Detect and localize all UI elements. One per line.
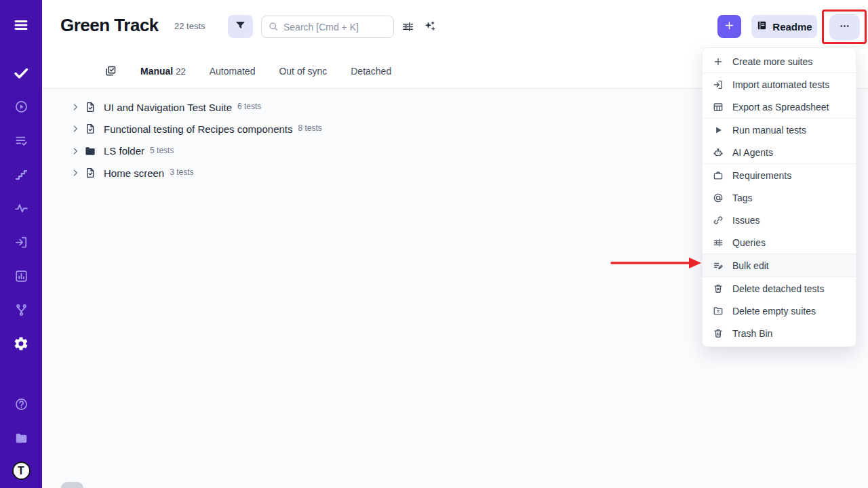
suite-name[interactable]: LS folder <box>104 145 144 157</box>
bulk-edit-icon <box>713 260 724 271</box>
suite-name[interactable]: UI and Navigation Test Suite <box>104 102 232 113</box>
hamburger-icon <box>13 17 29 33</box>
tab-out-of-sync[interactable]: Out of sync <box>279 66 327 77</box>
search-icon <box>268 21 279 32</box>
adjustments-icon[interactable] <box>401 20 414 36</box>
chevron-right-icon[interactable] <box>70 102 81 113</box>
play-icon <box>713 125 724 136</box>
book-icon <box>756 20 768 31</box>
menu-item-queries[interactable]: Queries <box>703 231 856 253</box>
sidebar-item-folder[interactable] <box>4 421 38 455</box>
menu-item-import-automated-tests[interactable]: Import automated tests <box>703 73 856 96</box>
sidebar-item-hamburger[interactable] <box>4 8 38 42</box>
chevron-right-icon[interactable] <box>70 146 81 157</box>
menu-item-trash-bin[interactable]: Trash Bin <box>703 322 856 344</box>
branch-icon <box>14 303 28 317</box>
help-icon <box>14 397 28 411</box>
menu-item-label: Queries <box>732 237 766 248</box>
menu-item-delete-detached-tests[interactable]: Delete detached tests <box>703 277 856 300</box>
filter-button[interactable] <box>228 15 253 38</box>
book-icon <box>756 20 768 33</box>
sidebar-item-help[interactable] <box>4 387 38 421</box>
tab-automated[interactable]: Automated <box>210 66 256 77</box>
menu-item-export-as-spreadsheet[interactable]: Export as Spreadsheet <box>703 96 856 118</box>
menu-item-label: Run manual tests <box>732 125 806 136</box>
add-button[interactable] <box>717 15 741 38</box>
plus-icon <box>724 20 735 33</box>
sidebar-item-import[interactable] <box>4 225 38 259</box>
plus-icon <box>713 56 724 67</box>
more-options-button[interactable] <box>829 14 860 40</box>
search-box <box>261 16 394 38</box>
funnel-icon <box>235 20 246 33</box>
suite-row[interactable]: UI and Navigation Test Suite6 tests <box>70 96 322 118</box>
ellipsis-icon <box>838 20 851 35</box>
menu-item-tags[interactable]: Tags <box>703 186 856 209</box>
chevron-right-icon[interactable] <box>70 167 81 178</box>
tabs-bar: Manual22AutomatedOut of syncDetached <box>104 60 391 83</box>
sparkles-icon <box>423 20 436 33</box>
menu-item-label: Delete empty suites <box>732 306 816 317</box>
menu-item-ai-agents[interactable]: AI Agents <box>703 141 856 163</box>
at-sign-icon <box>713 192 724 203</box>
suite-test-count: 6 tests <box>237 102 261 111</box>
menu-item-create-more-suites[interactable]: Create more suites <box>703 50 856 73</box>
chevron-right-icon[interactable] <box>70 123 81 134</box>
readme-button[interactable]: Readme <box>751 15 817 38</box>
sidebar-item-branch[interactable] <box>4 293 38 327</box>
link-icon <box>713 215 724 226</box>
app-logo[interactable]: T <box>12 462 31 480</box>
plus-icon <box>713 56 724 67</box>
sidebar: T <box>0 0 42 488</box>
briefcase-icon <box>713 170 724 181</box>
document-check-icon <box>84 167 96 179</box>
document-check-icon <box>84 101 96 113</box>
play-circle-icon <box>14 100 28 114</box>
search-input[interactable] <box>261 16 394 38</box>
suite-row[interactable]: LS folder5 tests <box>70 140 322 162</box>
suites-list: UI and Navigation Test Suite6 testsFunct… <box>70 96 322 184</box>
sidebar-item-steps[interactable] <box>4 157 38 191</box>
menu-item-requirements[interactable]: Requirements <box>703 164 856 186</box>
menu-item-run-manual-tests[interactable]: Run manual tests <box>703 119 856 141</box>
menu-item-delete-empty-suites[interactable]: Delete empty suites <box>703 300 856 322</box>
sidebar-item-list-check[interactable] <box>4 123 38 157</box>
bottom-left-widget[interactable] <box>61 482 83 488</box>
link-icon <box>713 215 724 226</box>
folder-x-icon <box>713 306 724 317</box>
menu-item-label: Create more suites <box>732 56 812 67</box>
suite-test-count: 8 tests <box>298 123 322 133</box>
document-check-icon <box>84 123 96 135</box>
spreadsheet-icon <box>713 102 724 113</box>
sliders-icon <box>401 20 414 33</box>
suite-row[interactable]: Functional testing of Recipes components… <box>70 118 322 140</box>
suite-name[interactable]: Home screen <box>104 167 164 179</box>
menu-item-issues[interactable]: Issues <box>703 209 856 231</box>
sidebar-item-bar-chart[interactable] <box>4 259 38 293</box>
annotation-arrow <box>609 255 704 271</box>
select-all-icon[interactable] <box>104 65 117 77</box>
robot-icon <box>713 147 724 158</box>
trash-x-icon <box>713 283 724 294</box>
sliders-icon <box>713 237 724 248</box>
steps-icon <box>14 167 28 182</box>
folder-icon <box>84 145 96 157</box>
folder-x-icon <box>713 306 724 317</box>
tab-detached[interactable]: Detached <box>351 66 391 77</box>
folder-icon <box>84 145 96 157</box>
suite-name[interactable]: Functional testing of Recipes components <box>104 123 293 135</box>
play-icon <box>713 125 724 136</box>
sparkles-ai-icon[interactable] <box>423 20 436 35</box>
checklist-icon <box>104 65 117 77</box>
sidebar-item-pulse[interactable] <box>4 191 38 225</box>
sidebar-item-gear[interactable] <box>4 327 38 361</box>
suite-row[interactable]: Home screen3 tests <box>70 162 322 184</box>
sidebar-item-play-circle[interactable] <box>4 89 38 123</box>
tab-manual[interactable]: Manual22 <box>140 66 186 77</box>
at-sign-icon <box>713 192 724 203</box>
readme-label: Readme <box>772 21 812 33</box>
sidebar-item-check[interactable] <box>4 56 38 89</box>
menu-item-bulk-edit[interactable]: Bulk edit <box>703 254 856 277</box>
bulk-edit-icon <box>713 260 724 271</box>
sliders-icon <box>713 237 724 248</box>
